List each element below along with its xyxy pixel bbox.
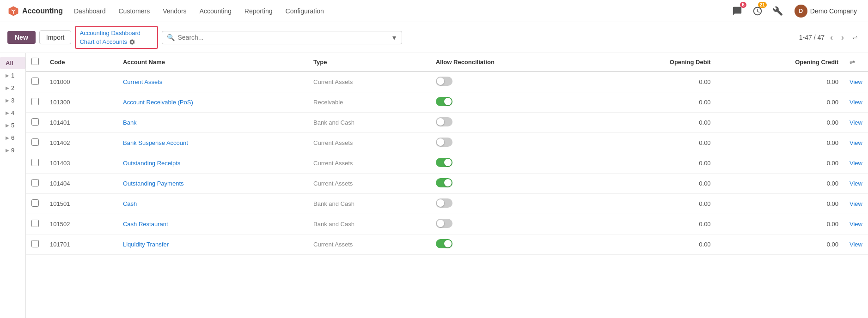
cell-reconciliation <box>430 133 594 153</box>
toggle-knob <box>437 78 444 85</box>
cell-view: View <box>844 174 868 194</box>
reconciliation-toggle[interactable] <box>436 117 452 126</box>
nav-configuration[interactable]: Configuration <box>280 5 330 18</box>
col-account-name: Account Name <box>117 53 308 72</box>
filter-5[interactable]: ▶ 5 <box>0 119 25 132</box>
cell-account-name[interactable]: Cash <box>117 194 308 214</box>
toggle-knob <box>444 159 452 166</box>
cell-reconciliation <box>430 153 594 174</box>
optional-columns-button[interactable]: ⇌ <box>850 33 861 42</box>
reconciliation-toggle[interactable] <box>436 97 452 106</box>
nav-customers[interactable]: Customers <box>113 5 156 18</box>
pagination: 1-47 / 47 ‹ › ⇌ <box>799 32 861 43</box>
view-link[interactable]: View <box>850 221 862 228</box>
reconciliation-toggle[interactable] <box>436 198 452 208</box>
view-link[interactable]: View <box>850 99 862 106</box>
select-all-checkbox[interactable] <box>31 58 39 65</box>
filter-2[interactable]: ▶ 2 <box>0 82 25 94</box>
top-navigation: Accounting Dashboard Customers Vendors A… <box>0 0 868 22</box>
nav-vendors[interactable]: Vendors <box>157 5 192 18</box>
cell-reconciliation <box>430 194 594 214</box>
row-checkbox[interactable] <box>31 118 39 126</box>
pagination-next-button[interactable]: › <box>838 32 847 43</box>
view-link[interactable]: View <box>850 160 862 167</box>
row-checkbox[interactable] <box>31 179 39 186</box>
cell-view: View <box>844 133 868 153</box>
cell-type: Bank and Cash <box>308 113 430 133</box>
column-adjust-icon[interactable]: ⇌ <box>850 59 855 66</box>
view-link[interactable]: View <box>850 119 862 126</box>
table-row: 101701 Liquidity Transfer Current Assets… <box>26 234 868 255</box>
cell-reconciliation <box>430 113 594 133</box>
search-bar: 🔍 ▾ <box>162 31 402 44</box>
reconciliation-toggle[interactable] <box>436 178 452 187</box>
filter-3[interactable]: ▶ 3 <box>0 94 25 107</box>
reconciliation-toggle[interactable] <box>436 239 452 248</box>
view-link[interactable]: View <box>850 241 862 248</box>
cell-account-name[interactable]: Current Assets <box>117 72 308 92</box>
search-dropdown-button[interactable]: ▾ <box>391 33 397 42</box>
message-badge-count: 6 <box>740 2 746 8</box>
filter-4[interactable]: ▶ 4 <box>0 107 25 119</box>
cell-account-name[interactable]: Outstanding Receipts <box>117 153 308 174</box>
filter-1-arrow: ▶ <box>6 73 9 78</box>
messages-button[interactable]: 6 <box>730 4 745 18</box>
breadcrumb-menu[interactable]: Accounting Dashboard Chart of Accounts <box>75 26 158 49</box>
cell-code: 101502 <box>44 214 117 234</box>
import-button[interactable]: Import <box>39 30 72 44</box>
cell-account-name[interactable]: Outstanding Payments <box>117 174 308 194</box>
nav-accounting[interactable]: Accounting <box>194 5 237 18</box>
company-avatar: D <box>795 5 807 18</box>
reconciliation-toggle[interactable] <box>436 77 452 86</box>
view-link[interactable]: View <box>850 139 862 146</box>
nav-reporting[interactable]: Reporting <box>239 5 278 18</box>
accounts-table: Code Account Name Type Allow Reconciliat… <box>26 53 868 255</box>
toggle-knob <box>437 138 444 146</box>
row-checkbox[interactable] <box>31 78 39 85</box>
row-checkbox[interactable] <box>31 240 39 247</box>
view-link[interactable]: View <box>850 200 862 207</box>
breadcrumb-item-0[interactable]: Accounting Dashboard <box>79 29 153 37</box>
reconciliation-toggle[interactable] <box>436 219 452 228</box>
filter-9[interactable]: ▶ 9 <box>0 144 25 156</box>
row-checkbox[interactable] <box>31 138 39 146</box>
search-input[interactable] <box>177 34 391 41</box>
app-logo[interactable]: Accounting <box>7 5 63 17</box>
cell-code: 101401 <box>44 113 117 133</box>
reconciliation-toggle[interactable] <box>436 158 452 167</box>
nav-dashboard[interactable]: Dashboard <box>68 5 111 18</box>
row-checkbox[interactable] <box>31 199 39 207</box>
cell-account-name[interactable]: Liquidity Transfer <box>117 234 308 255</box>
cell-type: Bank and Cash <box>308 194 430 214</box>
breadcrumb-item-1[interactable]: Chart of Accounts <box>79 37 153 46</box>
filter-6[interactable]: ▶ 6 <box>0 132 25 144</box>
cell-credit: 0.00 <box>716 234 844 255</box>
pagination-prev-button[interactable]: ‹ <box>827 32 836 43</box>
cell-reconciliation <box>430 92 594 113</box>
cell-view: View <box>844 194 868 214</box>
sidebar-filter: All ▶ 1 ▶ 2 ▶ 3 ▶ 4 ▶ 5 ▶ 6 ▶ 9 <box>0 53 26 318</box>
view-link[interactable]: View <box>850 78 862 85</box>
cell-account-name[interactable]: Cash Restaurant <box>117 214 308 234</box>
cell-view: View <box>844 113 868 133</box>
row-checkbox[interactable] <box>31 98 39 105</box>
company-selector[interactable]: D Demo Company <box>791 3 861 19</box>
filter-all[interactable]: All <box>0 57 25 69</box>
cell-type: Bank and Cash <box>308 214 430 234</box>
cell-account-name[interactable]: Account Receivable (PoS) <box>117 92 308 113</box>
row-checkbox[interactable] <box>31 220 39 227</box>
reconciliation-toggle[interactable] <box>436 138 452 147</box>
clock-button[interactable]: 21 <box>750 4 765 18</box>
cell-account-name[interactable]: Bank Suspense Account <box>117 133 308 153</box>
view-link[interactable]: View <box>850 180 862 187</box>
settings-button[interactable] <box>770 4 785 18</box>
new-button[interactable]: New <box>7 31 36 44</box>
cell-code: 101000 <box>44 72 117 92</box>
row-checkbox[interactable] <box>31 159 39 166</box>
cell-view: View <box>844 92 868 113</box>
gear-icon <box>129 39 135 45</box>
cell-account-name[interactable]: Bank <box>117 113 308 133</box>
table-row: 101401 Bank Bank and Cash 0.00 0.00 View <box>26 113 868 133</box>
filter-1[interactable]: ▶ 1 <box>0 69 25 82</box>
cell-code: 101402 <box>44 133 117 153</box>
